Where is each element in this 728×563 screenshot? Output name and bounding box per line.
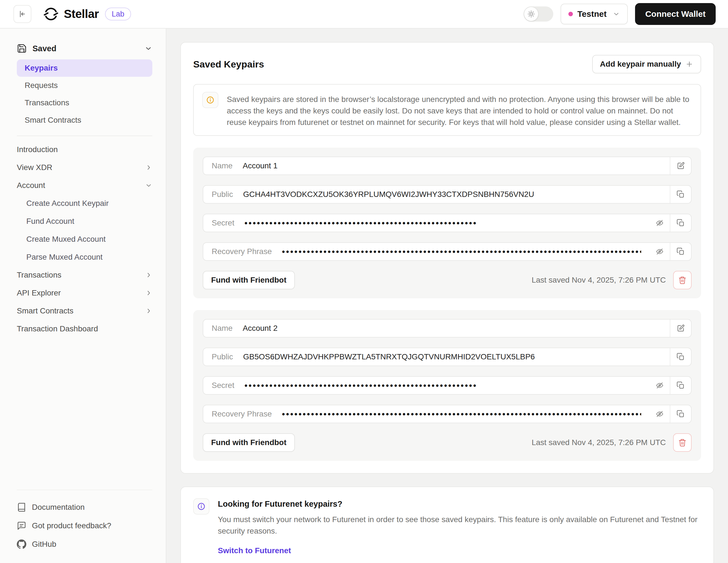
- copy-icon: [676, 219, 685, 227]
- stellar-logo-icon: [43, 6, 59, 22]
- sidebar-item-transactions-saved[interactable]: Transactions: [17, 94, 152, 111]
- public-key-row: Public GB5OS6DWHZAJDVHKPPBWZTLA5TNRXTQJG…: [203, 348, 692, 366]
- copy-recovery-button[interactable]: [670, 243, 691, 260]
- header-actions: Testnet Connect Wallet: [524, 3, 716, 25]
- copy-secret-button[interactable]: [670, 214, 691, 232]
- sidebar-saved-label: Saved: [32, 44, 56, 53]
- connect-wallet-button[interactable]: Connect Wallet: [635, 3, 716, 25]
- brand[interactable]: Stellar Lab: [43, 6, 131, 22]
- toggle-secret-visibility-button[interactable]: [650, 214, 670, 232]
- name-field-value[interactable]: Account 1: [243, 161, 278, 170]
- network-label: Testnet: [577, 9, 606, 19]
- secret-field-label: Secret: [212, 381, 234, 390]
- copy-icon: [676, 381, 685, 390]
- last-saved-timestamp: Last saved Nov 4, 2025, 7:26 PM UTC: [532, 275, 666, 285]
- public-key-value: GCHA4HT3VODKCXZU5OK36YRPLUMQV6WI2JWHY33C…: [243, 190, 534, 199]
- info-icon: [193, 498, 209, 515]
- copy-icon: [676, 353, 685, 361]
- edit-name-button[interactable]: [670, 320, 691, 337]
- chevron-right-icon: [145, 307, 152, 315]
- toggle-recovery-visibility-button[interactable]: [650, 243, 670, 260]
- secret-key-masked-value: ••••••••••••••••••••••••••••••••••••••••…: [244, 219, 641, 227]
- chevron-right-icon: [145, 271, 152, 279]
- sidebar: Saved Keypairs Requests Transactions Sma…: [0, 29, 166, 563]
- sidebar-item-fund-account[interactable]: Fund Account: [17, 212, 152, 230]
- save-icon: [17, 43, 27, 53]
- toggle-recovery-visibility-button[interactable]: [650, 405, 670, 423]
- name-field-label: Name: [212, 161, 233, 170]
- theme-toggle[interactable]: [524, 6, 553, 22]
- sidebar-item-transaction-dashboard[interactable]: Transaction Dashboard: [17, 320, 152, 338]
- edit-name-button[interactable]: [670, 157, 691, 174]
- sidebar-item-api-explorer[interactable]: API Explorer: [17, 284, 152, 302]
- plus-icon: [685, 60, 693, 68]
- delete-keypair-button[interactable]: [673, 271, 692, 290]
- sidebar-link-documentation[interactable]: Documentation: [17, 498, 152, 517]
- eye-off-icon: [655, 381, 664, 390]
- app-root: Stellar Lab Testnet Connect Wallet: [0, 0, 728, 563]
- sun-icon: [524, 7, 538, 21]
- secret-key-row: Secret •••••••••••••••••••••••••••••••••…: [203, 214, 692, 232]
- keypair-card: Name Account 1 Publi: [193, 148, 701, 298]
- last-saved-timestamp: Last saved Nov 4, 2025, 7:26 PM UTC: [532, 438, 666, 447]
- feedback-icon: [17, 521, 26, 531]
- eye-off-icon: [655, 410, 664, 418]
- copy-secret-button[interactable]: [670, 377, 691, 394]
- secret-field-label: Secret: [212, 218, 234, 227]
- sidebar-item-parse-muxed-account[interactable]: Parse Muxed Account: [17, 248, 152, 266]
- edit-icon: [676, 162, 685, 170]
- sidebar-link-feedback[interactable]: Got product feedback?: [17, 517, 152, 535]
- info-icon: [202, 92, 218, 108]
- eye-off-icon: [655, 219, 664, 227]
- trash-icon: [678, 276, 687, 284]
- copy-public-button[interactable]: [670, 186, 691, 203]
- network-status-dot: [568, 12, 573, 16]
- main-content: Saved Keypairs Add keypair manually: [166, 29, 728, 563]
- sidebar-item-account[interactable]: Account: [17, 176, 152, 194]
- public-key-value: GB5OS6DWHZAJDVHKPPBWZTLA5TNRXTQJGQTVNURM…: [243, 352, 535, 361]
- sidebar-section-saved[interactable]: Saved: [17, 40, 152, 57]
- sidebar-item-keypairs[interactable]: Keypairs: [17, 59, 152, 77]
- copy-recovery-button[interactable]: [670, 405, 691, 423]
- toggle-secret-visibility-button[interactable]: [650, 377, 670, 394]
- eye-off-icon: [655, 247, 664, 256]
- saved-keypairs-panel: Saved Keypairs Add keypair manually: [180, 42, 714, 474]
- sidebar-item-transactions[interactable]: Transactions: [17, 266, 152, 284]
- brand-name: Stellar: [64, 7, 99, 21]
- collapse-sidebar-icon: [18, 10, 27, 18]
- recovery-phrase-row: Recovery Phrase ••••••••••••••••••••••••…: [203, 405, 692, 423]
- top-header: Stellar Lab Testnet Connect Wallet: [0, 0, 728, 29]
- name-field-row: Name Account 2: [203, 319, 692, 338]
- switch-to-futurenet-link[interactable]: Switch to Futurenet: [218, 546, 291, 555]
- copy-public-button[interactable]: [670, 348, 691, 366]
- storage-warning-text: Saved keypairs are stored in the browser…: [227, 92, 692, 128]
- recovery-phrase-row: Recovery Phrase ••••••••••••••••••••••••…: [203, 242, 692, 261]
- sidebar-item-view-xdr[interactable]: View XDR: [17, 158, 152, 176]
- futurenet-body: You must switch your network to Futurene…: [218, 514, 701, 537]
- add-keypair-button[interactable]: Add keypair manually: [592, 55, 701, 73]
- sidebar-item-create-muxed-account[interactable]: Create Muxed Account: [17, 230, 152, 248]
- page-title: Saved Keypairs: [193, 59, 264, 70]
- sidebar-footer: Documentation Got product feedback?: [17, 490, 152, 553]
- fund-with-friendbot-button[interactable]: Fund with Friendbot: [203, 433, 295, 452]
- chevron-right-icon: [145, 290, 152, 297]
- sidebar-item-smart-contracts-saved[interactable]: Smart Contracts: [17, 111, 152, 129]
- network-selector[interactable]: Testnet: [561, 4, 628, 24]
- sidebar-divider: [17, 135, 152, 136]
- secret-key-masked-value: ••••••••••••••••••••••••••••••••••••••••…: [244, 381, 641, 390]
- futurenet-info-box: Looking for Futurenet keypairs? You must…: [180, 487, 714, 563]
- recovery-field-label: Recovery Phrase: [212, 410, 272, 419]
- delete-keypair-button[interactable]: [673, 433, 692, 452]
- storage-warning-box: Saved keypairs are stored in the browser…: [193, 84, 701, 136]
- collapse-sidebar-button[interactable]: [13, 5, 31, 23]
- sidebar-item-introduction[interactable]: Introduction: [17, 141, 152, 158]
- public-key-row: Public GCHA4HT3VODKCXZU5OK36YRPLUMQV6WI2…: [203, 185, 692, 204]
- saved-sublist: Keypairs Requests Transactions Smart Con…: [17, 59, 152, 129]
- name-field-value[interactable]: Account 2: [243, 324, 278, 333]
- sidebar-link-github[interactable]: GitHub: [17, 535, 152, 553]
- keypair-card: Name Account 2 Publi: [193, 310, 701, 461]
- sidebar-item-smart-contracts[interactable]: Smart Contracts: [17, 302, 152, 320]
- fund-with-friendbot-button[interactable]: Fund with Friendbot: [203, 271, 295, 290]
- sidebar-item-requests[interactable]: Requests: [17, 77, 152, 94]
- sidebar-item-create-account-keypair[interactable]: Create Account Keypair: [17, 194, 152, 212]
